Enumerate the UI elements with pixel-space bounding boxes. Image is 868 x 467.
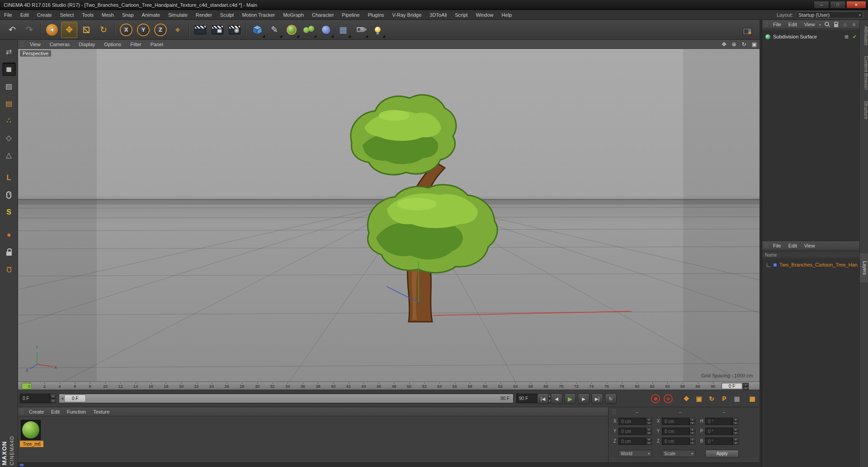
dock-tab[interactable]: Structure — [860, 96, 868, 124]
previous-frame-button[interactable]: ◀ — [551, 393, 562, 404]
menu-item[interactable]: Select — [56, 10, 78, 19]
viewport-menu-item[interactable]: Panel — [146, 40, 168, 48]
lock-x-axis-button[interactable]: X — [118, 22, 134, 38]
floor-environment-button[interactable]: ▦ — [335, 22, 351, 38]
size-z-field[interactable]: 0 cm▲▼ — [662, 438, 695, 445]
scale-tool[interactable] — [78, 22, 94, 38]
object-manager-menu-item[interactable]: File — [769, 20, 785, 29]
render-picture-viewer-button[interactable] — [209, 22, 226, 38]
rot-h-field[interactable]: 0 °▲▼ — [705, 418, 739, 425]
menu-item[interactable]: Animate — [138, 10, 164, 19]
menu-item[interactable]: Motion Tracker — [238, 10, 279, 19]
close-button[interactable]: ✕ — [846, 1, 866, 9]
material-thumbnail[interactable] — [21, 420, 41, 440]
menu-item[interactable]: Simulate — [164, 10, 192, 19]
apply-button[interactable]: Apply — [705, 450, 739, 457]
object-name[interactable]: Subdivision Surface — [773, 34, 842, 39]
live-selection-tool[interactable]: ➤ — [44, 22, 60, 38]
viewport-maximize-icon[interactable]: ▣ — [752, 41, 757, 48]
play-mode-loop-button[interactable]: ↻ — [605, 393, 617, 404]
snap-settings-button[interactable]: Ω — [2, 262, 16, 276]
menu-item[interactable]: MoGraph — [279, 10, 308, 19]
record-position-toggle[interactable]: ✥ — [681, 394, 692, 403]
drag-handle-icon[interactable] — [20, 409, 24, 415]
material-name-label[interactable]: Tree_m6 — [20, 441, 43, 447]
light-button[interactable] — [369, 22, 386, 38]
object-manager-list[interactable]: Subdivision Surface ✓ — [762, 30, 859, 241]
points-mode-button[interactable]: ∴ — [2, 114, 16, 128]
menu-item[interactable]: Window — [472, 10, 497, 19]
ruler-frame-spinner[interactable]: ▲▼ — [743, 383, 749, 389]
material-menu-item[interactable]: Texture — [90, 407, 113, 416]
panel-menu-icon[interactable]: ≡ — [850, 21, 858, 28]
array-button[interactable] — [301, 22, 317, 38]
object-row-subdivision-surface[interactable]: Subdivision Surface ✓ — [762, 33, 859, 41]
object-manager-menu-item[interactable]: View — [801, 20, 819, 29]
menu-item[interactable]: Plugins — [363, 10, 388, 19]
slider-left-arrow-icon[interactable]: ◀ — [61, 396, 63, 400]
dock-tab[interactable]: Attributes — [860, 22, 868, 50]
deformer-button[interactable] — [318, 22, 334, 38]
undo-button[interactable]: ↶ — [4, 22, 20, 38]
rot-p-field[interactable]: 0 °▲▼ — [705, 428, 739, 435]
play-button[interactable]: ▶ — [564, 393, 576, 404]
current-frame-spinner[interactable]: ▲▼ — [50, 394, 56, 403]
timeline-slider[interactable]: ◀ 0 F 90 F — [59, 394, 514, 403]
rotation-column-header[interactable]: -- — [717, 409, 731, 415]
viewport-menu-item[interactable]: Options — [99, 40, 126, 48]
material-menu-item[interactable]: Create — [25, 407, 47, 416]
enabled-check-icon[interactable]: ✓ — [853, 34, 857, 40]
autokeying-button[interactable] — [664, 394, 673, 403]
size-mode-dropdown[interactable]: Scale▾ — [662, 450, 695, 457]
model-mode-button[interactable]: ◼ — [2, 62, 16, 76]
material-menu-item[interactable]: Edit — [47, 407, 63, 416]
record-rotation-toggle[interactable]: ↻ — [706, 394, 717, 403]
layer-state-icon[interactable] — [844, 35, 849, 39]
minimize-button[interactable]: ─ — [814, 1, 829, 9]
home-icon[interactable]: ⌂ — [841, 21, 849, 28]
menu-item[interactable]: Mesh — [98, 10, 118, 19]
workplane-lock-button[interactable] — [2, 245, 16, 259]
pos-z-field[interactable]: 0 cm▲▼ — [618, 438, 652, 445]
menu-item[interactable]: Snap — [118, 10, 138, 19]
primitive-cube-button[interactable] — [249, 22, 265, 38]
edges-mode-button[interactable]: ◇ — [2, 131, 16, 145]
menu-item[interactable]: V-Ray Bridge — [388, 10, 426, 19]
pos-x-field[interactable]: 0 cm▲▼ — [618, 418, 652, 425]
scene-item-name[interactable]: Two_Branches_Cartoon_Tree_Han — [779, 262, 858, 267]
current-frame-field[interactable]: 0 F ▲▼ — [20, 394, 56, 403]
scene-panel-menu-item[interactable]: View — [801, 241, 819, 250]
keyframe-selection-button[interactable]: ▦ — [747, 394, 758, 403]
viewport-zoom-icon[interactable]: ⊕ — [732, 41, 736, 48]
viewport-canvas[interactable]: Y X Z Perspective Grid Spacing : 1000 cm — [18, 49, 760, 381]
size-column-header[interactable]: -- — [674, 409, 687, 415]
texture-mode-button[interactable]: ▨ — [2, 80, 16, 93]
slider-current-marker[interactable]: 0 F — [64, 395, 86, 402]
layout-dropdown[interactable]: Startup (User) ▾ — [796, 11, 863, 19]
coordinate-system-button[interactable]: ⌖ — [170, 22, 186, 38]
record-scale-toggle[interactable]: ▣ — [693, 394, 704, 403]
search-icon[interactable] — [823, 21, 830, 28]
make-editable-button[interactable]: ⇄ — [2, 45, 16, 59]
menu-overflow-icon[interactable]: ▸ — [819, 22, 821, 27]
drag-handle-icon[interactable] — [20, 42, 24, 47]
pos-y-field[interactable]: 0 cm▲▼ — [618, 428, 652, 435]
axis-mode-button[interactable]: L — [2, 171, 16, 185]
paint-tool-button[interactable]: ● — [2, 228, 16, 242]
move-tool[interactable]: ✥ — [61, 22, 77, 38]
maximize-button[interactable]: □ — [830, 1, 845, 9]
jump-to-end-button[interactable]: ▶| — [591, 393, 603, 404]
render-settings-button[interactable] — [226, 22, 243, 38]
material-menu-item[interactable]: Function — [63, 407, 90, 416]
position-column-header[interactable]: -- — [630, 409, 644, 415]
object-manager-menu-item[interactable]: Edit — [785, 20, 801, 29]
drag-handle-icon[interactable] — [764, 22, 768, 27]
menu-item[interactable]: Character — [308, 10, 338, 19]
scene-panel-menu-item[interactable]: File — [769, 241, 785, 250]
workplane-mode-button[interactable]: ▤ — [2, 97, 16, 110]
render-view-button[interactable] — [192, 22, 208, 38]
lock-z-axis-button[interactable]: Z — [152, 22, 169, 38]
name-column-header[interactable]: Name — [762, 251, 859, 258]
menu-item[interactable]: Sculpt — [216, 10, 238, 19]
rot-b-field[interactable]: 0 °▲▼ — [705, 438, 739, 445]
